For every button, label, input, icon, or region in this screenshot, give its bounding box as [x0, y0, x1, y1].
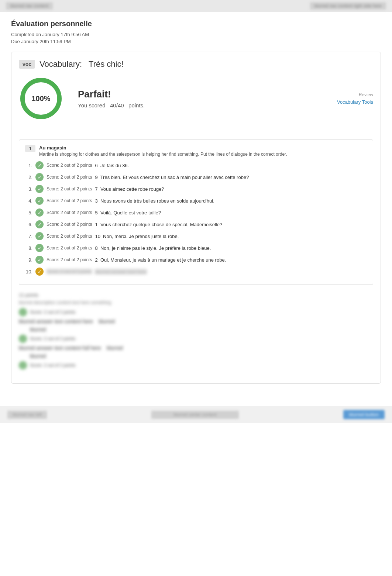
check-icon-9: ✓: [35, 256, 44, 264]
sub-answer-row-1b: blurred answer text content here blurred: [19, 318, 373, 324]
question-header: 1 Au magasin Martine is shopping for clo…: [25, 145, 367, 157]
score-detail: You scored 40/40 points.: [78, 102, 322, 108]
voc-title-text: Vocabulary:: [39, 59, 82, 69]
sub-check-1g: ✓: [19, 361, 27, 369]
answer-row-5: 5. ✓ Score: 2 out of 2 points 5 Voilà. Q…: [25, 208, 367, 217]
answer-score-3: Score: 2 out of 2 points: [47, 186, 92, 192]
bottom-bar-button[interactable]: blurred button: [343, 410, 385, 419]
answer-row-1: 1. ✓ Score: 2 out of 2 points 6 Je fais …: [25, 161, 367, 169]
sub-text-1b: blurred answer text content here blurred: [19, 318, 115, 324]
answer-text-5: 5 Voilà. Quelle est votre taille?: [95, 210, 161, 215]
row-num-2: 2.: [25, 175, 32, 180]
check-icon-2: ✓: [35, 173, 44, 181]
main-content: Évaluation personnelle Completed on Janu…: [0, 12, 392, 391]
top-bar-right: blurred nav content right side here: [310, 2, 386, 10]
sub-answer-row-1c: blurred: [19, 327, 373, 332]
answer-row-10: 10. ✓ Score: 2 out of 2 points blurred a…: [25, 268, 367, 276]
answer-score-1: Score: 2 out of 2 points: [47, 163, 92, 168]
sub-check-1d: ✓: [19, 335, 27, 343]
answer-text-3: 7 Vous aimez cette robe rouge?: [95, 186, 164, 192]
row-num-10: 10.: [25, 269, 32, 275]
divider-1: [19, 132, 373, 132]
assignment-card: voc Vocabulary: Très chic! 100%: [11, 52, 381, 384]
sub-answer-row-1d: ✓ Score: 2 out of 2 points: [19, 335, 373, 343]
row-num-1: 1.: [25, 163, 32, 168]
answer-row-6: 6. ✓ Score: 2 out of 2 points 1 Vous che…: [25, 220, 367, 228]
top-bar-left: blurred nav content: [6, 2, 53, 10]
check-icon-5: ✓: [35, 208, 44, 217]
answer-score-5: Score: 2 out of 2 points: [47, 210, 92, 215]
row-num-5: 5.: [25, 210, 32, 215]
sub-score-1a: Score: 2 out of 2 points: [30, 310, 75, 315]
answer-text-6: 1 Vous cherchez quelque chose de spécial…: [95, 222, 222, 227]
bottom-bar-left[interactable]: blurred nav left: [7, 411, 47, 419]
question-description: Martine is shopping for clothes and the …: [39, 152, 287, 157]
completed-date: Completed on January 17th 9:56 AM: [11, 32, 381, 37]
voc-subtitle: Très chic!: [89, 59, 124, 69]
answer-score-9: Score: 2 out of 2 points: [47, 257, 92, 262]
row-num-9: 9.: [25, 257, 32, 263]
bottom-bar: blurred nav left blurred center content …: [0, 406, 392, 423]
check-icon-1: ✓: [35, 161, 44, 169]
sub-answer-row-1f: blurred: [19, 353, 373, 359]
blurred-section: 11 points blurred description content te…: [19, 292, 373, 369]
answer-text-8: 8 Non, je n'aime pas le style. Je préfèr…: [95, 245, 211, 251]
sub-text-1e: blurred answer text content full here bl…: [19, 345, 123, 351]
answer-row-4: 4. ✓ Score: 2 out of 2 points 3 Nous avo…: [25, 197, 367, 205]
answer-text-7: 10 Non, merci. Je prends juste la robe.: [95, 234, 179, 239]
page-title: Évaluation personnelle: [11, 20, 381, 28]
answer-row-9: 9. ✓ Score: 2 out of 2 points 2 Oui, Mon…: [25, 256, 367, 264]
due-date: Due January 20th 11:59 PM: [11, 39, 381, 44]
grade-label: Parfait!: [78, 89, 322, 100]
sub-score-1d: Score: 2 out of 2 points: [30, 336, 75, 341]
check-icon-3: ✓: [35, 185, 44, 193]
vocabulary-tools-link[interactable]: Vocabulary Tools: [337, 99, 373, 105]
sub-answer-row-1e: blurred answer text content full here bl…: [19, 345, 373, 351]
answer-score-7: Score: 2 out of 2 points: [47, 234, 92, 239]
sub-q-num-1: 11 points: [19, 292, 373, 298]
question-meta: Au magasin Martine is shopping for cloth…: [39, 145, 287, 157]
question-title: Au magasin: [39, 145, 287, 151]
voc-title: Vocabulary: Très chic!: [39, 59, 123, 69]
answer-row-3: 3. ✓ Score: 2 out of 2 points 7 Vous aim…: [25, 185, 367, 193]
sub-answer-row-1a: ✓ Score: 2 out of 2 points: [19, 308, 373, 316]
donut-label: 100%: [31, 94, 50, 103]
check-icon-4: ✓: [35, 197, 44, 205]
answer-score-6: Score: 2 out of 2 points: [47, 222, 92, 227]
bottom-bar-center: blurred center content: [151, 411, 239, 419]
check-icon-7: ✓: [35, 232, 44, 240]
sub-check-1a: ✓: [19, 308, 27, 316]
row-num-4: 4.: [25, 198, 32, 204]
question-block-1: 1 Au magasin Martine is shopping for clo…: [19, 139, 373, 285]
answer-score-10: Score: 2 out of 2 points: [47, 269, 92, 274]
answer-text-10: blurred answer text here: [95, 269, 147, 275]
donut-chart: 100%: [19, 76, 63, 121]
sub-block-1: 11 points blurred description content te…: [19, 292, 373, 369]
check-icon-10: ✓: [35, 268, 44, 276]
answer-score-2: Score: 2 out of 2 points: [47, 175, 92, 180]
voc-header: voc Vocabulary: Très chic!: [19, 59, 373, 69]
sub-answer-row-1g: ✓ Score: 2 out of 2 points: [19, 361, 373, 369]
answer-score-8: Score: 2 out of 2 points: [47, 245, 92, 251]
check-icon-6: ✓: [35, 220, 44, 228]
sub-text-1f: blurred: [30, 353, 46, 359]
sub-q-desc-1: blurred description content text here so…: [19, 300, 373, 305]
review-section: Review Vocabulary Tools: [337, 92, 373, 105]
question-number: 1: [25, 145, 35, 152]
answer-text-2: 9 Très bien. Et vous cherchez un sac à m…: [95, 175, 249, 180]
answer-text-4: 3 Nous avons de très belles robes en sol…: [95, 198, 214, 204]
review-label: Review: [337, 92, 373, 97]
row-num-3: 3.: [25, 186, 32, 192]
answer-score-4: Score: 2 out of 2 points: [47, 198, 92, 203]
answer-text-1: 6 Je fais du 36.: [95, 163, 129, 168]
top-bar: blurred nav content blurred nav content …: [0, 0, 392, 12]
answer-text-9: 2 Oui, Monsieur, je vais à un mariage et…: [95, 257, 226, 263]
sub-text-1c: blurred: [30, 327, 46, 332]
answer-row-8: 8. ✓ Score: 2 out of 2 points 8 Non, je …: [25, 244, 367, 252]
voc-badge: voc: [19, 60, 35, 69]
check-icon-8: ✓: [35, 244, 44, 252]
answer-row-2: 2. ✓ Score: 2 out of 2 points 9 Très bie…: [25, 173, 367, 181]
score-section: 100% Parfait! You scored 40/40 points.: [19, 76, 373, 121]
sub-score-1g: Score: 2 out of 2 points: [30, 363, 75, 368]
page-wrapper: blurred nav content blurred nav content …: [0, 0, 392, 576]
